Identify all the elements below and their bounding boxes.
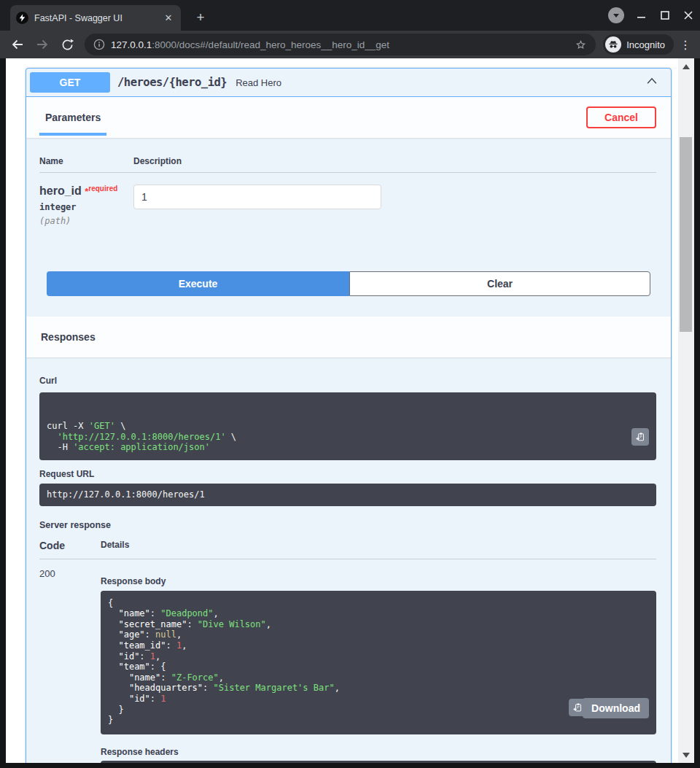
bookmark-star-icon[interactable] (575, 39, 587, 51)
curl-label: Curl (39, 376, 57, 386)
cancel-button[interactable]: Cancel (586, 106, 656, 128)
browser-tab[interactable]: FastAPI - Swagger UI ✕ (10, 5, 181, 31)
column-header-description: Description (133, 156, 182, 166)
curl-code-block: curl -X 'GET' \ 'http://127.0.0.1:8000/h… (39, 392, 656, 460)
browser-menu-icon[interactable]: ⋮ (678, 38, 693, 52)
response-body-label: Response body (101, 576, 166, 586)
clear-button[interactable]: Clear (349, 271, 650, 296)
parameter-row: hero_id *required integer (path) (39, 173, 656, 226)
scroll-up-arrow-icon[interactable] (682, 64, 690, 69)
swagger-content: GET /heroes/{hero_id} Read Hero Paramete… (6, 58, 678, 763)
back-button[interactable] (7, 34, 28, 55)
parameter-name: hero_id *required (39, 185, 133, 198)
browser-window: FastAPI - Swagger UI ✕ + (0, 0, 700, 768)
page-scrollbar[interactable] (678, 58, 694, 763)
request-url-label: Request URL (39, 469, 656, 479)
response-copy-button[interactable] (569, 699, 586, 716)
tab-title: FastAPI - Swagger UI (34, 13, 156, 23)
close-window-button[interactable] (682, 9, 694, 21)
operation-summary[interactable]: GET /heroes/{hero_id} Read Hero (26, 69, 671, 97)
operation-path: /heroes/{hero_id} (117, 76, 227, 89)
scrollbar-thumb[interactable] (680, 137, 692, 332)
tab-strip: FastAPI - Swagger UI ✕ + (0, 0, 700, 31)
code-column-header: Code (39, 540, 101, 551)
scroll-down-arrow-icon[interactable] (682, 753, 690, 758)
fastapi-favicon-icon (16, 12, 28, 24)
incognito-label: Incognito (626, 39, 665, 50)
reload-button[interactable] (57, 34, 77, 55)
parameters-table: Name Description hero_id *required integ… (26, 138, 671, 226)
response-headers-block: content-length: 151content-type: applica… (101, 761, 656, 763)
new-tab-button[interactable]: + (191, 9, 210, 28)
window-controls (608, 7, 694, 23)
parameters-section-header: Parameters Cancel (26, 97, 671, 138)
address-bar[interactable]: 127.0.0.1:8000/docs#/default/read_hero_h… (85, 34, 596, 55)
forward-button[interactable] (32, 34, 52, 55)
parameter-type: integer (39, 202, 133, 212)
execute-button[interactable]: Execute (47, 271, 349, 296)
operation-block: GET /heroes/{hero_id} Read Hero Paramete… (26, 68, 672, 763)
collapse-chevron-icon[interactable] (645, 74, 658, 90)
minimize-button[interactable] (636, 9, 648, 21)
response-table-header: Code Details (39, 540, 656, 559)
response-headers-label: Response headers (101, 747, 656, 757)
maximize-button[interactable] (659, 9, 671, 21)
url-text[interactable]: 127.0.0.1:8000/docs#/default/read_hero_h… (111, 39, 569, 50)
tab-close-icon[interactable]: ✕ (162, 12, 175, 25)
responses-inner: Curl curl -X 'GET' \ 'http://127.0.0.1:8… (26, 357, 671, 763)
incognito-icon (605, 36, 621, 53)
responses-title: Responses (41, 331, 96, 343)
download-button[interactable]: Download (583, 698, 649, 718)
required-label: required (88, 185, 117, 193)
responses-section-header: Responses (26, 317, 671, 357)
column-header-name: Name (39, 156, 133, 166)
request-url-block: http://127.0.0.1:8000/heroes/1 (39, 484, 656, 506)
execute-button-group: Execute Clear (47, 271, 650, 296)
server-response-row: 200 Response body { "name": "Deadpond", … (39, 559, 656, 763)
hero-id-input[interactable] (133, 185, 381, 209)
tab-parameters[interactable]: Parameters (39, 99, 106, 136)
parameter-location: (path) (39, 216, 133, 226)
browser-toolbar: 127.0.0.1:8000/docs#/default/read_hero_h… (0, 31, 700, 58)
http-method-badge: GET (30, 72, 110, 93)
web-page: GET /heroes/{hero_id} Read Hero Paramete… (6, 58, 694, 763)
operation-description: Read Hero (236, 77, 281, 88)
details-column-header: Details (101, 540, 129, 551)
page-info-icon[interactable] (93, 39, 105, 50)
status-code: 200 (39, 568, 101, 763)
incognito-badge: Incognito (603, 34, 674, 55)
circle-caret-button[interactable] (608, 7, 624, 23)
curl-copy-button[interactable] (631, 428, 649, 446)
server-response-label: Server response (39, 520, 656, 530)
